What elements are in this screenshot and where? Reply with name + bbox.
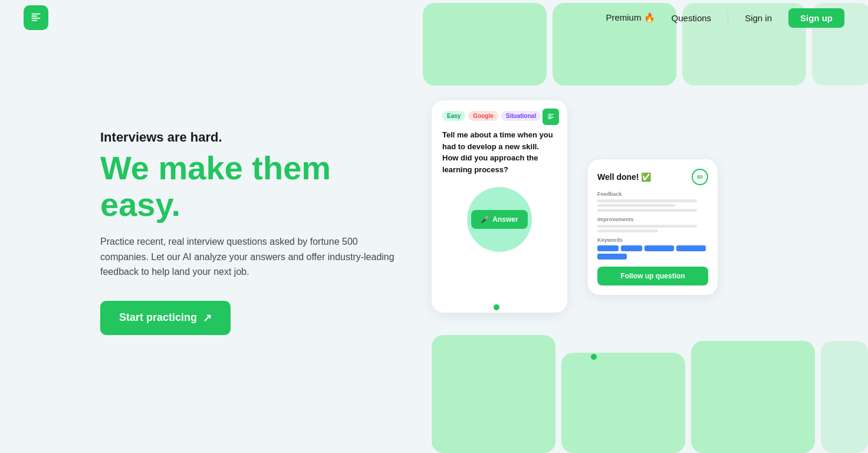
arrow-icon: ↗: [203, 311, 212, 324]
bg-card-bottom-far-right: [821, 341, 868, 453]
feedback-lines: [597, 199, 708, 212]
tag-row: Easy Google Situational: [442, 111, 557, 121]
keyword-chip-3: [645, 245, 674, 251]
questions-link[interactable]: Questions: [672, 13, 712, 23]
improvements-section: Improvements: [597, 216, 708, 232]
feedback-label: Feedback: [597, 191, 708, 197]
tag-easy: Easy: [442, 111, 465, 121]
tag-google: Google: [468, 111, 498, 121]
keyword-chip-4: [676, 245, 706, 251]
well-done-row: Well done! ✅ 80: [597, 169, 708, 185]
improvement-line-1: [597, 225, 697, 228]
card-logo-icon: [547, 113, 555, 121]
premium-link[interactable]: Premium 🔥: [606, 12, 655, 23]
bg-card-bottom-center: [561, 353, 685, 453]
connector-dot-bottom: [591, 354, 597, 360]
keyword-chip-5: [597, 254, 627, 260]
question-text: Tell me about a time when you had to dev…: [442, 129, 557, 175]
signin-link[interactable]: Sign in: [745, 13, 772, 23]
answer-button[interactable]: 🎤 Answer: [471, 210, 527, 229]
connector-dot-top: [494, 304, 499, 310]
keywords-section: Keywords: [597, 237, 708, 260]
green-circle: 🎤 Answer: [467, 187, 532, 252]
interview-question-card: Easy Google Situational Tell me about a …: [432, 100, 567, 313]
feedback-card: Well done! ✅ 80 Feedback Improvements Ke…: [588, 159, 718, 295]
start-practicing-button[interactable]: Start practicing ↗: [100, 301, 231, 335]
follow-up-button[interactable]: Follow up question: [597, 267, 708, 285]
logo-icon: [29, 11, 42, 24]
bg-card-bottom-left: [432, 335, 555, 453]
card-logo: [542, 109, 559, 125]
right-panel: Easy Google Situational Tell me about a …: [420, 0, 868, 453]
nav-divider: [728, 12, 728, 24]
hero-subtitle: Interviews are hard.: [100, 130, 419, 145]
answer-area: 🎤 Answer: [442, 187, 557, 252]
score-circle: 80: [692, 169, 708, 185]
nav-links: Premium 🔥 Questions Sign in Sign up: [606, 8, 844, 28]
hero-description: Practice recent, real interview question…: [100, 234, 395, 280]
keywords-row: [597, 245, 708, 260]
hero-section: Interviews are hard. We make them easy. …: [100, 130, 419, 335]
logo[interactable]: [24, 5, 48, 30]
improvements-lines: [597, 225, 708, 232]
improvement-line-2: [597, 229, 658, 232]
feedback-line-2: [597, 204, 675, 207]
tag-situational: Situational: [501, 111, 541, 121]
bg-card-bottom-right: [691, 341, 815, 453]
mic-icon: 🎤: [481, 215, 489, 224]
feedback-section: Feedback: [597, 191, 708, 212]
feedback-line-3: [597, 209, 697, 212]
keywords-label: Keywords: [597, 237, 708, 243]
fire-icon: 🔥: [644, 12, 655, 22]
signup-button[interactable]: Sign up: [788, 8, 844, 28]
keyword-chip-1: [597, 245, 619, 251]
navbar: Premium 🔥 Questions Sign in Sign up: [0, 0, 868, 35]
hero-title: We make them easy.: [100, 150, 419, 222]
well-done-label: Well done! ✅: [597, 172, 651, 182]
feedback-line-1: [597, 199, 697, 202]
keyword-chip-2: [621, 245, 642, 251]
improvements-label: Improvements: [597, 216, 708, 222]
